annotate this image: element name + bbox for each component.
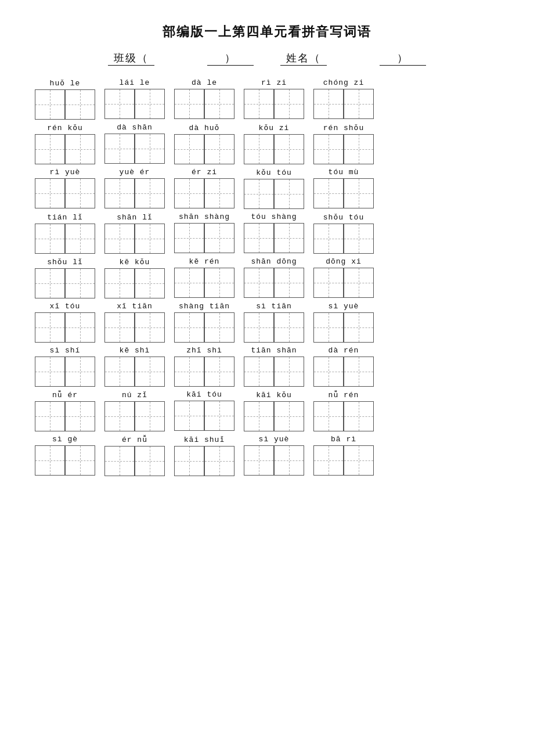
char-box-7-1-1[interactable] bbox=[135, 401, 165, 431]
char-box-5-3-1[interactable] bbox=[274, 312, 304, 343]
char-box-0-1-1[interactable] bbox=[135, 89, 165, 119]
char-box-1-0-0[interactable] bbox=[35, 134, 65, 164]
char-box-2-1-1[interactable] bbox=[135, 178, 165, 208]
char-box-6-1-0[interactable] bbox=[104, 357, 135, 387]
char-box-8-4-1[interactable] bbox=[344, 445, 374, 476]
worksheet-row-7: nǚ érnú zǐkāi tóukāi kǒunǚ rén bbox=[35, 390, 499, 431]
char-box-1-2-1[interactable] bbox=[204, 134, 234, 164]
char-box-7-3-1[interactable] bbox=[274, 401, 304, 431]
char-box-5-0-0[interactable] bbox=[35, 312, 65, 343]
char-box-5-2-1[interactable] bbox=[204, 312, 234, 343]
char-box-5-1-0[interactable] bbox=[104, 312, 135, 343]
char-box-8-0-0[interactable] bbox=[35, 445, 65, 476]
pinyin-label-3-0: tián lǐ bbox=[47, 213, 83, 222]
char-box-4-1-1[interactable] bbox=[135, 268, 165, 298]
char-box-8-4-0[interactable] bbox=[313, 445, 344, 476]
char-box-4-4-1[interactable] bbox=[344, 268, 374, 298]
char-box-2-1-0[interactable] bbox=[104, 178, 135, 208]
char-box-1-3-0[interactable] bbox=[244, 134, 274, 164]
char-box-0-4-1[interactable] bbox=[344, 89, 374, 119]
char-box-7-4-0[interactable] bbox=[313, 401, 344, 431]
char-box-7-0-0[interactable] bbox=[35, 401, 65, 431]
char-box-3-2-1[interactable] bbox=[204, 223, 234, 253]
char-box-3-3-0[interactable] bbox=[244, 223, 274, 253]
char-box-2-4-0[interactable] bbox=[313, 178, 344, 208]
word-item-6-0: sì shí bbox=[35, 346, 95, 387]
char-box-4-4-0[interactable] bbox=[313, 268, 344, 298]
char-box-4-3-0[interactable] bbox=[244, 268, 274, 298]
char-box-0-1-0[interactable] bbox=[104, 89, 135, 119]
char-box-2-0-1[interactable] bbox=[65, 178, 95, 208]
char-box-0-0-1[interactable] bbox=[65, 89, 95, 120]
char-box-8-1-1[interactable] bbox=[135, 446, 165, 476]
char-box-4-3-1[interactable] bbox=[274, 268, 304, 298]
char-box-4-2-0[interactable] bbox=[174, 268, 204, 298]
char-box-2-4-1[interactable] bbox=[344, 178, 374, 208]
char-box-8-2-0[interactable] bbox=[174, 446, 204, 476]
char-box-6-1-1[interactable] bbox=[135, 357, 165, 387]
char-box-1-3-1[interactable] bbox=[274, 134, 304, 164]
char-box-2-3-1[interactable] bbox=[274, 179, 304, 209]
char-box-0-3-0[interactable] bbox=[244, 89, 274, 119]
char-box-5-0-1[interactable] bbox=[65, 312, 95, 343]
char-box-0-2-1[interactable] bbox=[204, 89, 234, 119]
char-box-7-3-0[interactable] bbox=[244, 401, 274, 431]
char-box-3-4-0[interactable] bbox=[313, 224, 344, 254]
char-box-1-1-1[interactable] bbox=[135, 134, 165, 164]
char-box-1-0-1[interactable] bbox=[65, 134, 95, 164]
char-box-2-0-0[interactable] bbox=[35, 178, 65, 208]
char-boxes-1-0 bbox=[35, 134, 95, 164]
word-item-5-4: sì yuè bbox=[313, 302, 374, 343]
char-box-8-1-0[interactable] bbox=[104, 446, 135, 476]
pinyin-label-8-1: ér nǚ bbox=[122, 435, 147, 444]
char-box-1-1-0[interactable] bbox=[104, 134, 135, 164]
char-boxes-2-2 bbox=[174, 178, 234, 208]
worksheet-row-0: huǒ lelái ledà lerì zichóng zi bbox=[35, 78, 499, 120]
char-box-8-3-1[interactable] bbox=[274, 445, 304, 476]
char-box-3-3-1[interactable] bbox=[274, 223, 304, 253]
char-box-5-4-1[interactable] bbox=[344, 312, 374, 343]
char-box-6-3-0[interactable] bbox=[244, 357, 274, 387]
char-box-6-3-1[interactable] bbox=[274, 357, 304, 387]
char-box-1-4-0[interactable] bbox=[313, 134, 344, 164]
char-box-3-0-1[interactable] bbox=[65, 224, 95, 254]
char-box-3-1-1[interactable] bbox=[135, 224, 165, 254]
char-box-6-2-0[interactable] bbox=[174, 357, 204, 387]
char-box-2-2-0[interactable] bbox=[174, 178, 204, 208]
char-box-7-2-1[interactable] bbox=[204, 401, 234, 431]
char-box-5-1-1[interactable] bbox=[135, 312, 165, 343]
char-box-3-4-1[interactable] bbox=[344, 224, 374, 254]
char-box-3-2-0[interactable] bbox=[174, 223, 204, 253]
char-box-5-4-0[interactable] bbox=[313, 312, 344, 343]
char-box-1-4-1[interactable] bbox=[344, 134, 374, 164]
char-box-4-2-1[interactable] bbox=[204, 268, 234, 298]
char-box-3-1-0[interactable] bbox=[104, 224, 135, 254]
char-box-8-2-1[interactable] bbox=[204, 446, 234, 476]
char-box-6-2-1[interactable] bbox=[204, 357, 234, 387]
char-box-0-3-1[interactable] bbox=[274, 89, 304, 119]
char-box-6-4-1[interactable] bbox=[344, 357, 374, 387]
char-box-7-0-1[interactable] bbox=[65, 401, 95, 431]
char-box-3-0-0[interactable] bbox=[35, 224, 65, 254]
char-box-7-4-1[interactable] bbox=[344, 401, 374, 431]
char-box-7-2-0[interactable] bbox=[174, 401, 204, 431]
char-box-8-3-0[interactable] bbox=[244, 445, 274, 476]
char-box-6-4-0[interactable] bbox=[313, 357, 344, 387]
char-box-6-0-1[interactable] bbox=[65, 357, 95, 387]
char-box-7-1-0[interactable] bbox=[104, 401, 135, 431]
char-box-2-3-0[interactable] bbox=[244, 179, 274, 209]
char-box-6-0-0[interactable] bbox=[35, 357, 65, 387]
char-box-0-0-0[interactable] bbox=[35, 89, 65, 120]
worksheet-row-2: rì yuèyuè érér zikǒu tóutóu mù bbox=[35, 168, 499, 209]
char-box-4-0-0[interactable] bbox=[35, 268, 65, 298]
char-box-5-3-0[interactable] bbox=[244, 312, 274, 343]
char-box-4-1-0[interactable] bbox=[104, 268, 135, 298]
worksheet-row-1: rén kǒudà shāndà huǒkǒu zirén shǒu bbox=[35, 123, 499, 164]
char-box-5-2-0[interactable] bbox=[174, 312, 204, 343]
char-box-4-0-1[interactable] bbox=[65, 268, 95, 298]
char-box-2-2-1[interactable] bbox=[204, 178, 234, 208]
char-box-1-2-0[interactable] bbox=[174, 134, 204, 164]
char-box-0-2-0[interactable] bbox=[174, 89, 204, 119]
char-box-0-4-0[interactable] bbox=[313, 89, 344, 119]
char-box-8-0-1[interactable] bbox=[65, 445, 95, 476]
